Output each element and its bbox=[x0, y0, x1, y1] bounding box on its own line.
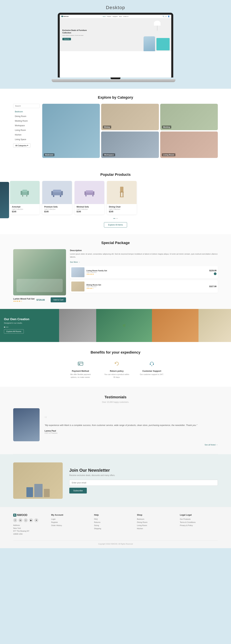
instagram-icon[interactable]: □ bbox=[24, 518, 28, 522]
popular-products-outer: Popular Products bbox=[0, 166, 231, 234]
all-categories-button[interactable]: All Categories ▾ bbox=[13, 144, 30, 148]
svg-rect-22 bbox=[120, 196, 124, 197]
category-item-kitchen[interactable]: Kitchen bbox=[13, 132, 40, 137]
add-to-cart-button[interactable]: Add to Cart bbox=[51, 298, 66, 302]
nav-categories[interactable]: Categories bbox=[113, 16, 118, 17]
footer-col-help: Help FAQ Returns Sizing Shipping bbox=[94, 514, 132, 536]
newsletter-bookshelf bbox=[34, 484, 42, 497]
nav-about[interactable]: About bbox=[119, 16, 122, 17]
explore-rooms-button[interactable]: Explore All Rooms bbox=[4, 329, 24, 334]
package-item-1[interactable]: Living Room Family Set Light Collection … bbox=[70, 266, 218, 278]
category-item-meeting[interactable]: Meeting Room bbox=[13, 118, 40, 123]
popular-products-section: Popular Products bbox=[0, 166, 231, 234]
package-item-2[interactable]: Dining Room Set Light Collection ★★★★☆ $… bbox=[70, 280, 218, 293]
footer-link-returns[interactable]: Returns bbox=[94, 521, 132, 523]
popular-section-title: Popular Products bbox=[10, 172, 221, 177]
svg-rect-11 bbox=[60, 195, 61, 197]
footer-legal-title: Legal Legal bbox=[180, 514, 218, 516]
pkg-cat-2: Light Collection bbox=[86, 286, 208, 288]
footer-link-terms[interactable]: Terms & Conditions bbox=[180, 521, 218, 523]
benefit-payment: Payment Method We offer flexible payment… bbox=[67, 360, 94, 378]
pkg-cat-1: Light Collection bbox=[86, 272, 208, 273]
twitter-icon[interactable]: ✦ bbox=[34, 518, 38, 522]
category-item-workspace[interactable]: Workspace bbox=[13, 123, 40, 128]
benefits-title: Benefits for your expediency bbox=[13, 350, 218, 354]
category-item-bedroom[interactable]: Bedroom bbox=[13, 109, 40, 114]
our-creation-section: Our Own Creation Designed in our studio.… bbox=[0, 309, 231, 342]
product-card-dining-chair[interactable]: Dining Chair Light Collection $145 bbox=[107, 181, 137, 214]
products-scroll-dots bbox=[10, 218, 221, 219]
hero-cta-button[interactable]: Shop Now bbox=[62, 38, 71, 40]
product-card-minimal-sofa[interactable]: Minimal Sofa Light Collection $145 bbox=[75, 181, 104, 214]
svg-rect-9 bbox=[53, 190, 61, 192]
product-info-premium-sofa: Premium Sofa Light Collection $145 bbox=[42, 204, 72, 214]
creation-plant-decor: 🌿 bbox=[96, 309, 152, 342]
footer-link-kitchen[interactable]: Kitchen bbox=[137, 528, 175, 530]
footer-help-links: FAQ Returns Sizing Shipping bbox=[94, 518, 132, 530]
package-list: Living Room Family Set Light Collection … bbox=[70, 266, 218, 293]
category-item-dining[interactable]: Dining Room bbox=[13, 114, 40, 118]
nav-home[interactable]: Home bbox=[103, 16, 106, 17]
footer-link-bedroom[interactable]: Bedroom bbox=[137, 518, 175, 520]
search-icon[interactable]: 🔍 bbox=[163, 16, 164, 17]
footer-shop-links: Bedroom Dining Room Living Room Kitchen bbox=[137, 518, 175, 530]
hero-section: Exclusive Deals of Furniture Collection … bbox=[60, 18, 171, 51]
newsletter-email-input[interactable] bbox=[69, 480, 218, 486]
footer-link-privacy[interactable]: Privacy & Policy bbox=[180, 524, 218, 526]
newsletter-section: Join Our Newsletter Receive exclusive de… bbox=[0, 454, 231, 507]
testimonial-author: Lanna Paul bbox=[44, 430, 218, 432]
creation-dot-2 bbox=[5, 327, 6, 328]
pkg-stars-2: ★★★★☆ bbox=[86, 288, 208, 289]
category-card-workspace[interactable]: Workspace bbox=[101, 132, 159, 158]
testimonial-nav: See all Noted → bbox=[13, 444, 218, 446]
category-list: Bedroom Dining Room Meeting Room Workspa… bbox=[13, 109, 40, 142]
pkg-price-2: $327.99 bbox=[209, 285, 217, 288]
svg-rect-3 bbox=[22, 190, 27, 192]
testimonial-quote: "My experience with Mark is a complete s… bbox=[44, 424, 218, 427]
category-item-living[interactable]: Living Room bbox=[13, 128, 40, 132]
category-item-living-space[interactable]: Living Space bbox=[13, 137, 40, 142]
explore-all-items-button[interactable]: Explore All Items bbox=[104, 222, 127, 228]
account-icon[interactable]: 👤 bbox=[168, 16, 170, 17]
category-card-meeting[interactable]: Meeting bbox=[160, 104, 218, 130]
footer-link-faq[interactable]: FAQ bbox=[94, 518, 132, 520]
footer-link-orders[interactable]: Order History bbox=[51, 524, 89, 526]
category-card-living[interactable]: Living Room bbox=[160, 132, 218, 158]
special-sofa-decor bbox=[16, 279, 63, 292]
footer-link-sizing[interactable]: Sizing bbox=[94, 524, 132, 526]
footer-col-shop: Shop Bedroom Dining Room Living Room Kit… bbox=[137, 514, 175, 536]
main-content: Explore by Category Bedroom Dining Room … bbox=[0, 89, 231, 548]
category-card-bedroom[interactable]: Bedroom bbox=[42, 104, 100, 158]
special-product-price: $729.00 bbox=[36, 298, 45, 301]
footer-link-register[interactable]: Register bbox=[51, 521, 89, 523]
product-img-dining-chair bbox=[107, 181, 137, 204]
pkg-right-1: $229.99 + bbox=[209, 270, 217, 275]
see-all-button[interactable]: See all Noted → bbox=[205, 444, 218, 446]
product-card-premium-sofa[interactable]: Premium Sofa Light Collection $145 bbox=[42, 181, 72, 214]
see-more-link[interactable]: See More → bbox=[70, 261, 80, 263]
special-desc-text: Lorem ipsum dolor sit amet, consectetur … bbox=[70, 252, 218, 258]
footer-link-dining[interactable]: Dining Room bbox=[137, 521, 175, 523]
footer-link-shipping[interactable]: Shipping bbox=[94, 528, 132, 530]
cart-icon[interactable]: 🛒 bbox=[165, 16, 167, 17]
footer-link-products[interactable]: Our Products bbox=[180, 518, 218, 520]
product-card-armchair[interactable]: Armchair Light Collection $145 bbox=[10, 181, 40, 214]
product-price: $145 bbox=[44, 210, 70, 213]
pkg-name-1: Living Room Family Set bbox=[86, 270, 208, 272]
product-price: $145 bbox=[77, 210, 102, 213]
special-package-section: Special Package Larkin Wood Full Set ★★★… bbox=[0, 234, 231, 309]
youtube-icon[interactable]: ▶ bbox=[29, 518, 33, 522]
category-card-dining[interactable]: Dining bbox=[101, 104, 159, 130]
facebook-icon[interactable]: f bbox=[13, 518, 17, 522]
explore-category-section: Explore by Category Bedroom Dining Room … bbox=[0, 89, 231, 166]
special-main-image-wrap: Larkin Wood Full Set ★★★★☆ $729.00 Add t… bbox=[13, 249, 66, 302]
footer-link-living[interactable]: Living Room bbox=[137, 524, 175, 526]
linkedin-icon[interactable]: in bbox=[18, 518, 22, 522]
footer-link-login[interactable]: Login bbox=[51, 518, 89, 520]
footer-logo: N NWOOD bbox=[13, 514, 46, 516]
nav-products[interactable]: Products bbox=[107, 16, 111, 17]
footer-shop-title: Shop bbox=[137, 514, 175, 516]
nav-contact[interactable]: Contact Us bbox=[123, 16, 128, 17]
subscribe-button[interactable]: Subscribe bbox=[69, 488, 87, 494]
category-search-input[interactable] bbox=[13, 104, 40, 108]
